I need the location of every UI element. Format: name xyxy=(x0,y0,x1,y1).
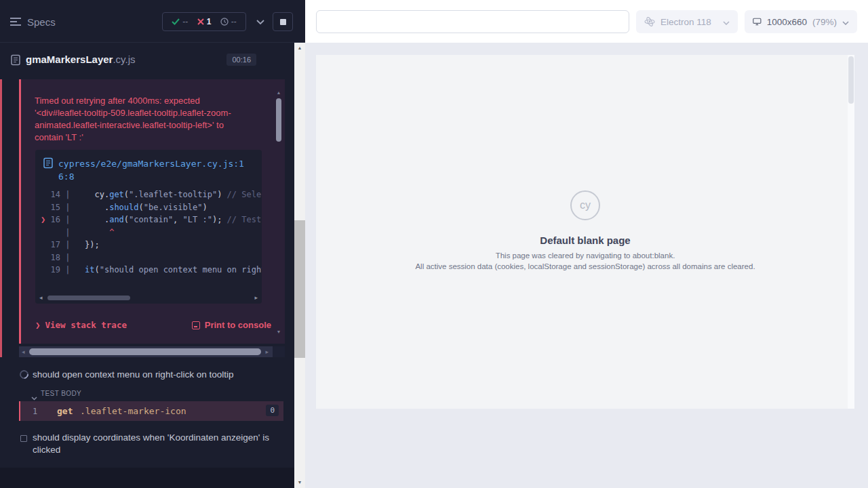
cypress-logo: cy xyxy=(570,190,600,220)
scroll-left-icon[interactable]: ◂ xyxy=(22,348,25,355)
monitor-icon xyxy=(753,17,762,26)
scrollbar-thumb[interactable] xyxy=(47,296,130,300)
spec-header: gmaMarkersLayer.cy.js 00:16 xyxy=(0,43,294,77)
print-label: Print to console xyxy=(205,320,271,330)
spec-file-icon xyxy=(11,54,20,68)
scrollbar-thumb[interactable] xyxy=(276,98,281,142)
reporter-horizontal-scrollbar[interactable]: ◂ ▸ xyxy=(19,346,285,357)
command-name: get xyxy=(57,406,73,416)
command-count-badge: 0 xyxy=(266,405,279,416)
test-body-label: TEST BODY xyxy=(41,390,81,397)
check-icon xyxy=(172,18,180,25)
specs-list-icon xyxy=(9,17,22,26)
viewport-selector[interactable]: 1000x660 (79%) xyxy=(745,10,857,33)
browser-label: Electron 118 xyxy=(660,17,711,27)
test-item-running[interactable]: should open context menu on right-click … xyxy=(0,367,294,384)
aut-stage: cy Default blank page This page was clea… xyxy=(305,43,868,488)
blank-page-line2: All active session data (cookies, localS… xyxy=(316,262,854,270)
stop-button[interactable] xyxy=(273,12,293,31)
error-vertical-scrollbar[interactable]: ▲ ▼ xyxy=(275,90,282,334)
code-horizontal-scrollbar[interactable]: ◂ ▸ xyxy=(38,293,259,302)
spec-duration: 00:16 xyxy=(226,54,256,66)
clock-icon xyxy=(220,18,229,26)
spec-name: gmaMarkersLayer.cy.js xyxy=(26,54,135,65)
stat-pending: -- xyxy=(220,17,237,26)
scroll-up-icon[interactable]: ▲ xyxy=(275,90,282,95)
x-icon xyxy=(197,18,204,25)
scrollbar-thumb[interactable] xyxy=(294,220,305,358)
test-title: should display coordinates when 'Koordin… xyxy=(33,432,288,455)
aut-header: Electron 118 1000x660 (79%) xyxy=(305,0,868,43)
command-message: .leaflet-marker-icon xyxy=(80,406,186,416)
browser-selector[interactable]: Electron 118 xyxy=(636,10,738,33)
scroll-up-icon[interactable]: ▲ xyxy=(294,43,305,54)
test-title: should open context menu on right-click … xyxy=(33,369,288,381)
collapse-button[interactable] xyxy=(252,12,269,31)
stop-icon xyxy=(280,19,286,25)
code-lines: 14 | cy.get(".leaflet-tooltip") // Selec… xyxy=(35,186,262,277)
failed-count: 1 xyxy=(207,17,212,26)
scroll-right-icon[interactable]: ▸ xyxy=(265,348,269,355)
chevron-down-icon xyxy=(842,17,849,27)
test-item-pending[interactable]: should display coordinates when 'Koordin… xyxy=(0,432,294,459)
stack-trace-label: View stack trace xyxy=(45,320,127,330)
stat-failed: 1 xyxy=(197,17,212,26)
page-vertical-scrollbar[interactable] xyxy=(848,55,854,409)
test-stats: -- 1 -- xyxy=(162,12,246,31)
error-panel: Timed out retrying after 4000ms: expecte… xyxy=(19,79,285,344)
spec-basename: gmaMarkersLayer xyxy=(26,54,113,65)
console-icon xyxy=(192,321,200,329)
chevron-down-icon xyxy=(256,20,264,24)
blank-page-title: Default blank page xyxy=(316,235,854,246)
url-input[interactable] xyxy=(316,10,629,33)
spec-extension: .cy.js xyxy=(113,54,135,65)
stat-passed: -- xyxy=(172,17,188,26)
print-to-console-button[interactable]: Print to console xyxy=(192,320,271,330)
code-frame-file-link[interactable]: cypress/e2e/gmaMarkersLayer.cy.js:16:8 xyxy=(35,150,262,186)
pending-count: -- xyxy=(231,17,237,26)
blank-page-line1: This page was cleared by navigating to a… xyxy=(316,251,854,260)
scroll-down-icon[interactable]: ▼ xyxy=(294,477,305,488)
passed-count: -- xyxy=(182,17,188,26)
reporter-footer xyxy=(0,468,294,488)
scroll-right-icon[interactable]: ▸ xyxy=(254,294,258,301)
specs-menu-button[interactable] xyxy=(9,17,22,28)
pending-square-icon xyxy=(20,435,27,442)
reporter-panel: Specs -- 1 -- gmaMarkersLayer.cy.js xyxy=(0,0,305,488)
viewport-scale: (79%) xyxy=(812,17,837,27)
command-log-row[interactable]: 1 get .leaflet-marker-icon 0 xyxy=(19,401,283,421)
specs-label: Specs xyxy=(27,16,56,28)
chevron-down-icon xyxy=(723,17,730,27)
chevron-right-icon: ❯ xyxy=(35,320,41,330)
error-message: Timed out retrying after 4000ms: expecte… xyxy=(35,95,269,144)
electron-icon xyxy=(644,16,655,27)
code-frame-file-path: cypress/e2e/gmaMarkersLayer.cy.js:16:8 xyxy=(58,157,245,183)
reporter-vertical-scrollbar[interactable]: ▲ ▼ xyxy=(294,43,305,488)
running-spinner-icon xyxy=(18,368,30,380)
test-body-header[interactable]: TEST BODY xyxy=(0,388,294,400)
scroll-down-icon[interactable]: ▼ xyxy=(275,329,282,334)
failed-test-strip xyxy=(0,79,2,357)
reporter-header: Specs -- 1 -- xyxy=(0,0,305,43)
scrollbar-thumb[interactable] xyxy=(29,348,261,355)
aut-panel: Electron 118 1000x660 (79%) cy Default b… xyxy=(305,0,868,488)
scrollbar-corner xyxy=(273,346,285,357)
code-frame: cypress/e2e/gmaMarkersLayer.cy.js:16:8 1… xyxy=(35,150,262,304)
command-number: 1 xyxy=(33,407,37,416)
file-icon xyxy=(43,157,53,183)
scroll-left-icon[interactable]: ◂ xyxy=(39,294,43,301)
viewport-size: 1000x660 xyxy=(767,17,807,27)
error-actions: ❯ View stack trace Print to console xyxy=(35,320,271,330)
view-stack-trace-button[interactable]: ❯ View stack trace xyxy=(35,320,127,330)
aut-iframe-page: cy Default blank page This page was clea… xyxy=(316,55,854,409)
scrollbar-thumb[interactable] xyxy=(848,56,854,104)
